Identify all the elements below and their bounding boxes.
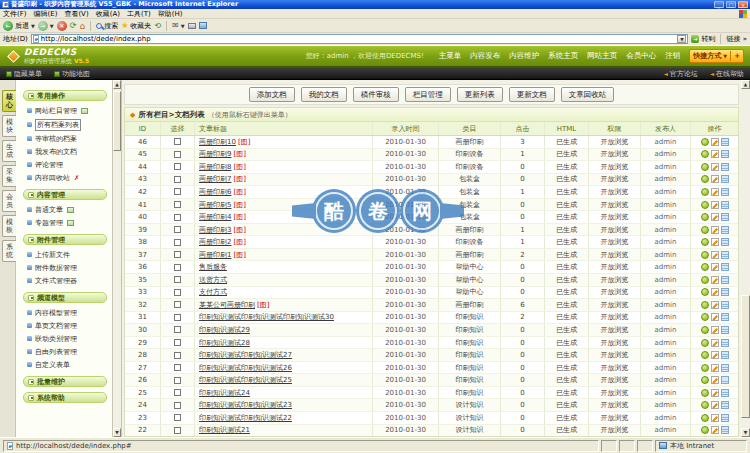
view-icon[interactable] [701,414,709,422]
subbar-link-官方论坛[interactable]: ◄官方论坛 [664,69,698,79]
edit-icon[interactable] [711,426,719,434]
quick-add-button[interactable]: + [730,51,743,61]
view-icon[interactable] [701,364,709,372]
document-title-link[interactable]: 印刷知识测试印刷知识测试印刷知识测试30 [199,312,334,322]
list-icon[interactable] [721,163,729,171]
edit-icon[interactable] [711,188,719,196]
row-checkbox[interactable] [174,389,181,396]
nav-item-系统主页[interactable]: 系统主页 [548,51,578,61]
edit-icon[interactable] [711,339,719,347]
list-icon[interactable] [721,188,729,196]
list-icon[interactable] [721,339,729,347]
new-window-icon[interactable] [67,207,74,213]
edit-icon[interactable] [711,226,719,234]
sidebar-item-上传新文件[interactable]: 上传新文件 [16,248,112,261]
edit-icon[interactable] [711,263,719,271]
edit-icon[interactable] [711,138,719,146]
view-icon[interactable] [701,401,709,409]
column-header-文章标题[interactable]: 文章标题 [195,122,373,135]
action-button-文章回收站[interactable]: 文章回收站 [561,87,615,102]
edit-icon[interactable] [711,288,719,296]
document-title-link[interactable]: 印刷知识测试29 [199,325,250,335]
view-icon[interactable] [701,238,709,246]
document-title-link[interactable]: 印刷知识测试24 [199,388,250,398]
edit-icon[interactable] [711,351,719,359]
row-checkbox[interactable] [174,414,181,421]
edit-icon[interactable] [711,213,719,221]
list-icon[interactable] [721,138,729,146]
main-scrollbar[interactable]: ▲ ▼ [741,80,750,437]
maximize-button[interactable]: □ [726,1,736,8]
list-icon[interactable] [721,301,729,309]
document-title-link[interactable]: 印刷知识测试印刷知识测试23 [199,400,292,410]
address-dropdown-icon[interactable]: ▼ [677,35,686,43]
document-title-link[interactable]: 画册印刷7 [199,174,231,184]
print-button[interactable] [188,23,196,29]
sidebar-tab-模块[interactable]: 模块 [2,115,16,137]
row-checkbox[interactable] [174,151,181,158]
row-checkbox[interactable] [174,339,181,346]
column-header-点击[interactable]: 点击 [501,122,545,135]
nav-item-网站主页[interactable]: 网站主页 [587,51,617,61]
row-checkbox[interactable] [174,364,181,371]
view-icon[interactable] [701,301,709,309]
sidebar-item-附件数据管理[interactable]: 附件数据管理 [16,261,112,274]
subbar-link-在线帮助[interactable]: ◄在线帮助 [710,69,744,79]
nav-item-会员中心[interactable]: 会员中心 [626,51,656,61]
row-checkbox[interactable] [174,377,181,384]
nav-item-内容维护[interactable]: 内容维护 [509,51,539,61]
edit-icon[interactable] [711,414,719,422]
edit-icon[interactable] [711,201,719,209]
history-button[interactable]: ⟲ [154,21,161,31]
document-title-link[interactable]: 画册印刷6 [199,187,231,197]
sidebar-section-批量维护[interactable]: 批量维护 [23,376,107,387]
column-header-ID[interactable]: ID [125,122,161,135]
view-icon[interactable] [701,226,709,234]
list-icon[interactable] [721,401,729,409]
edit-icon[interactable] [711,238,719,246]
action-button-栏目管理[interactable]: 栏目管理 [405,87,451,102]
action-button-我的文档[interactable]: 我的文档 [301,87,347,102]
view-icon[interactable] [701,389,709,397]
menu-item-工具(T)[interactable]: 工具(T) [127,9,151,19]
sidebar-item-自定义表单[interactable]: 自定义表单 [16,358,112,371]
sidebar-section-附件管理[interactable]: 附件管理 [23,234,107,245]
close-button[interactable]: × [738,1,748,8]
view-icon[interactable] [701,351,709,359]
nav-item-主菜单[interactable]: 主菜单 [439,51,462,61]
menu-item-收藏(A)[interactable]: 收藏(A) [96,9,120,19]
minimize-button[interactable]: _ [714,1,724,8]
document-title-link[interactable]: 画册印刷5 [199,200,231,210]
view-icon[interactable] [701,263,709,271]
column-header-发布人[interactable]: 发布人 [641,122,691,135]
sidebar-tab-系统[interactable]: 系统 [2,240,16,262]
subbar-item-功能地图[interactable]: 功能地图 [54,69,90,79]
edit-icon[interactable] [711,301,719,309]
sidebar-tab-核心[interactable]: 核心 [2,90,16,112]
document-title-link[interactable]: 画册印刷1 [199,250,231,260]
column-header-操作[interactable]: 操作 [691,122,738,135]
edit-icon[interactable] [711,326,719,334]
action-button-更新列表[interactable]: 更新列表 [457,87,503,102]
row-checkbox[interactable] [174,264,181,271]
forward-button[interactable]: →▼ [38,21,54,31]
sidebar-item-专题管理[interactable]: 专题管理 [16,216,112,229]
column-header-HTML[interactable]: HTML [545,122,589,135]
mail-dropdown-icon[interactable]: ▼ [181,23,185,29]
row-checkbox[interactable] [174,314,181,321]
sidebar-item-普通文章[interactable]: 普通文章 [16,203,112,216]
column-header-录入时间[interactable]: 录入时间 [373,122,439,135]
list-icon[interactable] [721,426,729,434]
document-title-link[interactable]: 印刷知识测试21 [199,425,250,435]
document-title-link[interactable]: 印刷知识测试印刷知识测试25 [199,375,292,385]
menu-item-文件(F)[interactable]: 文件(F) [3,9,27,19]
row-checkbox[interactable] [174,326,181,333]
column-header-权限[interactable]: 权限 [589,122,641,135]
row-checkbox[interactable] [174,301,181,308]
document-title-link[interactable]: 印刷知识测试28 [199,338,250,348]
document-title-link[interactable]: 画册印刷2 [199,237,231,247]
document-title-link[interactable]: 画册印刷8 [199,162,231,172]
edit-icon[interactable] [711,276,719,284]
refresh-button[interactable]: ⟳ [70,21,77,31]
edit-icon[interactable] [711,163,719,171]
